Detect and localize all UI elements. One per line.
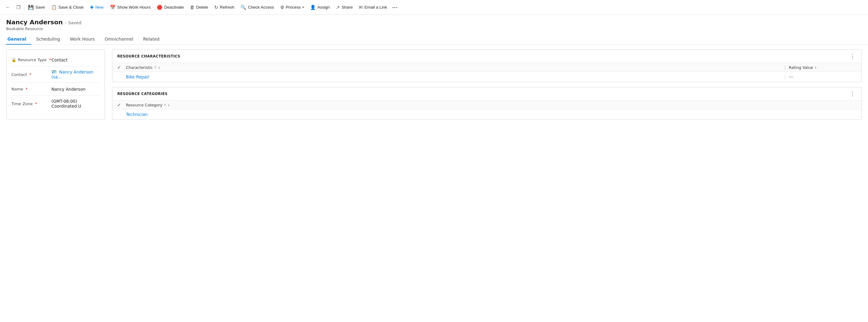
more-options-button[interactable]: ⋯ <box>390 2 399 13</box>
share-button[interactable]: ↗ Share <box>333 2 355 13</box>
required-star-tz: * <box>35 102 37 106</box>
refresh-icon: ↻ <box>214 5 218 10</box>
save-close-label: Save & Close <box>59 5 84 9</box>
contact-row: Contact * 🪪 Nancy Anderson (sa... <box>11 66 99 83</box>
assign-icon: 👤 <box>310 5 316 10</box>
resource-type-row: 🔒 Resource Type * Contact <box>11 53 99 66</box>
contact-value[interactable]: 🪪 Nancy Anderson (sa... <box>52 70 99 79</box>
timezone-label: Time Zone * <box>11 102 52 106</box>
deactivate-icon: 🔴 <box>157 5 162 10</box>
deactivate-label: Deactivate <box>164 5 184 9</box>
required-star-name: * <box>26 87 28 91</box>
categories-more-button[interactable]: ⋮ <box>848 91 857 97</box>
toolbar: ← ❐ 💾 Save 📋 Save & Close ✚ New 📅 Show W… <box>0 0 868 15</box>
characteristics-title: RESOURCE CHARACTERISTICS <box>117 54 180 59</box>
main-content: 🔒 Resource Type * Contact Contact * 🪪 Na… <box>0 45 868 124</box>
page-header: Nancy Anderson - Saved Bookable Resource <box>0 15 868 31</box>
rating-col-header[interactable]: Rating Value ↓ <box>789 65 857 70</box>
characteristic-col-header[interactable]: Characteristic ↑ ↓ <box>126 65 781 70</box>
email-link-button[interactable]: ✉ Email a Link <box>355 2 390 13</box>
contact-label: Contact * <box>11 72 52 77</box>
check-access-label: Check Access <box>248 5 274 9</box>
resource-categories-panel: RESOURCE CATEGORIES ⋮ ✓ Resource Categor… <box>112 87 862 120</box>
name-label: Name * <box>11 87 52 91</box>
email-icon: ✉ <box>359 5 363 10</box>
tab-general[interactable]: General <box>6 34 31 45</box>
name-value: Nancy Anderson <box>52 87 99 92</box>
characteristic-cell-bike-repair[interactable]: Bike Repair <box>126 74 781 79</box>
characteristics-grid-header: ✓ Characteristic ↑ ↓ Rating Value ↓ <box>113 63 862 72</box>
email-link-label: Email a Link <box>364 5 387 9</box>
rating-cell-0: --- <box>789 74 857 79</box>
back-button[interactable]: ← <box>2 2 13 13</box>
save-close-icon: 📋 <box>51 5 57 10</box>
refresh-button[interactable]: ↻ Refresh <box>211 2 238 13</box>
delete-label: Delete <box>196 5 208 9</box>
popout-icon: ❐ <box>16 5 20 10</box>
resource-characteristics-panel: RESOURCE CHARACTERISTICS ⋮ ✓ Characteris… <box>112 49 862 82</box>
categories-header: RESOURCE CATEGORIES ⋮ <box>113 87 862 101</box>
col-divider-1 <box>785 65 785 70</box>
form-panel: 🔒 Resource Type * Contact Contact * 🪪 Na… <box>6 49 105 120</box>
show-work-hours-label: Show Work Hours <box>117 5 151 9</box>
check-access-icon: 🔍 <box>241 5 246 10</box>
save-close-button[interactable]: 📋 Save & Close <box>48 2 87 13</box>
new-icon: ✚ <box>90 5 94 10</box>
show-work-hours-button[interactable]: 📅 Show Work Hours <box>107 2 154 13</box>
delete-icon: 🗑 <box>190 5 195 10</box>
check-access-button[interactable]: 🔍 Check Access <box>238 2 277 13</box>
save-label: Save <box>35 5 45 9</box>
lock-icon: 🔒 <box>11 58 16 62</box>
name-row: Name * Nancy Anderson <box>11 83 99 96</box>
process-label: Process <box>286 5 301 9</box>
tab-scheduling[interactable]: Scheduling <box>31 34 65 45</box>
rating-sort-down-icon: ↓ <box>814 66 817 69</box>
contact-icon: 🪪 <box>52 70 57 74</box>
timezone-row: Time Zone * (GMT-08:00) Coordinated U <box>11 96 99 112</box>
tab-omnichannel[interactable]: Omnichannel <box>100 34 138 45</box>
right-panels: RESOURCE CHARACTERISTICS ⋮ ✓ Characteris… <box>112 49 862 120</box>
delete-button[interactable]: 🗑 Delete <box>187 2 211 13</box>
assign-label: Assign <box>317 5 330 9</box>
characteristic-row-0: Bike Repair --- <box>113 72 862 82</box>
contact-link[interactable]: Nancy Anderson (sa... <box>52 70 93 79</box>
timezone-value: (GMT-08:00) Coordinated U <box>52 99 99 109</box>
category-sort-up-icon: ↑ <box>163 103 166 107</box>
category-cell-technician[interactable]: Technician <box>126 112 857 117</box>
categories-title: RESOURCE CATEGORIES <box>117 92 167 96</box>
back-icon: ← <box>5 5 10 10</box>
categories-grid-header: ✓ Resource Category ↑ ↓ <box>113 101 862 109</box>
page-title: Nancy Anderson <box>6 19 63 26</box>
process-chevron-icon: ▾ <box>302 5 304 9</box>
assign-button[interactable]: 👤 Assign <box>307 2 333 13</box>
required-star-contact: * <box>30 72 32 77</box>
characteristics-more-button[interactable]: ⋮ <box>848 53 857 59</box>
tabs: General Scheduling Work Hours Omnichanne… <box>0 34 868 45</box>
page-subtitle: Bookable Resource <box>6 27 862 31</box>
refresh-label: Refresh <box>220 5 234 9</box>
deactivate-button[interactable]: 🔴 Deactivate <box>154 2 187 13</box>
category-row-0: Technician <box>113 109 862 119</box>
tab-work-hours[interactable]: Work Hours <box>65 34 100 45</box>
resource-category-col-header[interactable]: Resource Category ↑ ↓ <box>126 103 857 107</box>
toolbar-separator-1 <box>24 4 24 11</box>
share-label: Share <box>341 5 352 9</box>
resource-type-label: 🔒 Resource Type * <box>11 58 52 62</box>
share-icon: ↗ <box>336 5 340 10</box>
more-icon: ⋯ <box>392 4 398 11</box>
process-button[interactable]: ⚙ Process ▾ <box>277 2 307 13</box>
process-icon: ⚙ <box>280 5 284 10</box>
categories-check-header: ✓ <box>117 102 126 107</box>
save-button[interactable]: 💾 Save <box>25 2 48 13</box>
new-label: New <box>95 5 104 9</box>
characteristics-check-header: ✓ <box>117 65 126 70</box>
popout-button[interactable]: ❐ <box>13 2 23 13</box>
calendar-icon: 📅 <box>110 5 116 10</box>
required-star: * <box>49 58 52 62</box>
tab-related[interactable]: Related <box>138 34 164 45</box>
col-divider-row-1 <box>785 74 785 79</box>
characteristic-sort-up-icon: ↑ <box>154 66 156 69</box>
new-button[interactable]: ✚ New <box>87 2 107 13</box>
category-sort-down-icon: ↓ <box>167 103 170 107</box>
saved-status: - Saved <box>65 20 82 25</box>
